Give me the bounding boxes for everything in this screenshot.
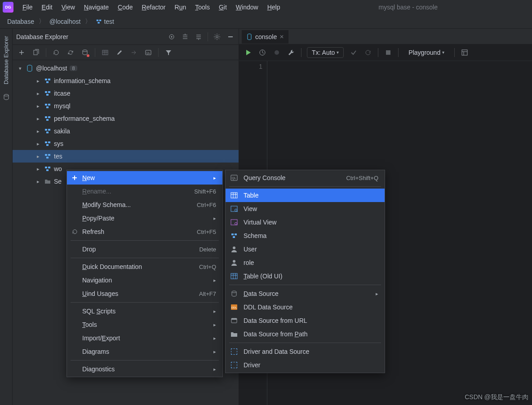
submenu-item-query-console[interactable]: QLQuery ConsoleCtrl+Shift+Q [226, 171, 385, 185]
view-icon [230, 206, 238, 212]
filter-icon[interactable] [164, 48, 173, 57]
menu-git[interactable]: Git [214, 2, 231, 13]
ctx-item-find-usages[interactable]: Uind UsagesAlt+F7 [67, 287, 222, 300]
chevron-right-icon[interactable] [35, 78, 41, 84]
tree-root-localhost[interactable]: @localhost 8 [13, 62, 239, 75]
chevron-right-icon[interactable] [35, 141, 41, 147]
database-rail-icon[interactable] [2, 92, 11, 101]
history-icon[interactable] [258, 48, 267, 57]
chevron-right-icon[interactable] [35, 128, 41, 134]
crumb-database[interactable]: Database [4, 17, 37, 26]
tree-node[interactable]: sakila [13, 125, 239, 137]
submenu-item-ddl-data-source[interactable]: DDLDDL Data Source [226, 300, 385, 314]
svg-point-53 [232, 291, 236, 293]
wrench-icon[interactable] [287, 48, 296, 57]
tree-node[interactable]: sys [13, 137, 239, 150]
ctx-item-modify-schema-[interactable]: Modify Schema...Ctrl+F6 [67, 198, 222, 211]
menu-window[interactable]: Window [231, 2, 263, 13]
minimize-icon[interactable] [226, 32, 235, 41]
tree-node[interactable]: performance_schema [13, 112, 239, 125]
chevron-down-icon[interactable] [17, 66, 23, 71]
menu-help[interactable]: Help [263, 2, 285, 13]
close-icon[interactable]: ✕ [279, 34, 284, 40]
submenu-item-data-source-from-url[interactable]: Data Source from URL [226, 314, 385, 327]
submenu-item-driver-and-data-source[interactable]: Driver and Data Source [226, 345, 385, 358]
refresh-icon[interactable] [52, 48, 61, 57]
expand-icon[interactable] [181, 32, 190, 41]
ctx-item-sql-scripts[interactable]: SQL Scripts▸ [67, 304, 222, 318]
svg-rect-43 [231, 206, 237, 211]
chevron-right-icon: ▸ [213, 308, 216, 314]
tree-node-test[interactable]: tes [13, 150, 239, 163]
rail-database-explorer[interactable]: Database Explorer [3, 32, 9, 88]
menu-tools[interactable]: Tools [191, 2, 214, 13]
menu-navigate[interactable]: Navigate [80, 2, 113, 13]
chevron-right-icon[interactable] [35, 166, 41, 172]
gear-icon[interactable] [213, 32, 222, 41]
submenu-item-view[interactable]: View [226, 202, 385, 216]
menu-code[interactable]: Code [113, 2, 137, 13]
tree-node[interactable]: mysql [13, 100, 239, 112]
target-icon[interactable] [167, 32, 176, 41]
submenu-item-virtual-view[interactable]: Virtual View [226, 216, 385, 229]
svg-rect-1 [99, 19, 101, 21]
ctx-item-new[interactable]: New▸ [67, 171, 222, 185]
edit-icon[interactable] [115, 48, 124, 57]
submenu-item-user[interactable]: User [226, 242, 385, 256]
tab-console[interactable]: console ✕ [242, 29, 288, 44]
crumb-schema[interactable]: test [93, 17, 117, 26]
circle-icon[interactable] [272, 48, 281, 57]
table-icon[interactable] [101, 48, 110, 57]
submenu-item-data-source-from-path[interactable]: Data Source from Path [226, 327, 385, 341]
tx-mode-dropdown[interactable]: Tx: Auto▾ [307, 47, 344, 58]
run-button[interactable] [244, 48, 253, 57]
tree-node[interactable]: information_schema [13, 75, 239, 87]
schema-icon [44, 153, 51, 160]
menu-edit[interactable]: Edit [37, 2, 57, 13]
url-icon [230, 317, 238, 324]
copy-icon[interactable] [31, 48, 40, 57]
chevron-right-icon[interactable] [35, 116, 41, 122]
submenu-item-driver[interactable]: Driver [226, 358, 385, 372]
ctx-item-copy-paste[interactable]: Popy/Paste▸ [67, 211, 222, 225]
add-icon[interactable] [17, 48, 26, 57]
rollback-icon[interactable] [364, 48, 372, 57]
submenu-item-table-old-ui-[interactable]: Table (Old UI) [226, 269, 385, 283]
submenu-item-schema[interactable]: Schema [226, 229, 385, 242]
ctx-item-navigation[interactable]: Navigation▸ [67, 273, 222, 287]
menu-file[interactable]: File [18, 2, 37, 13]
stop-db-icon[interactable] [80, 48, 89, 57]
collapse-icon[interactable] [194, 32, 203, 41]
svg-point-46 [235, 223, 237, 225]
chevron-right-icon[interactable] [35, 154, 41, 159]
shortcut-label: Shift+F6 [194, 188, 216, 195]
ctx-item-import-export[interactable]: Import/Export▸ [67, 331, 222, 345]
playground-dropdown[interactable]: Playground▾ [404, 48, 449, 57]
ctx-item-diagrams[interactable]: Diagrams▸ [67, 345, 222, 358]
chevron-right-icon[interactable] [35, 179, 41, 185]
menu-run[interactable]: Run [170, 2, 191, 13]
submenu-item-data-source[interactable]: Data Source▸ [226, 287, 385, 300]
chevron-right-icon[interactable] [35, 91, 41, 97]
ddl-icon: DDL [230, 304, 238, 310]
svg-point-50 [233, 247, 235, 249]
ctx-item-tools[interactable]: Tools▸ [67, 318, 222, 331]
tree-node[interactable]: itcase [13, 87, 239, 100]
crumb-host[interactable]: @localhost [47, 17, 83, 26]
ctx-item-drop[interactable]: DropDelete [67, 242, 222, 256]
layout-icon[interactable] [460, 48, 469, 57]
jump-icon[interactable] [129, 48, 138, 57]
menu-view[interactable]: View [57, 2, 80, 13]
ctx-item-diagnostics[interactable]: Diagnostics▸ [67, 362, 222, 376]
menu-refactor[interactable]: Refactor [137, 2, 170, 13]
stop-icon[interactable] [384, 48, 393, 57]
console-icon[interactable]: QL [144, 48, 153, 57]
chevron-right-icon[interactable] [35, 103, 41, 109]
sync-icon[interactable] [66, 48, 75, 57]
submenu-item-table[interactable]: Table [226, 189, 385, 202]
ctx-item-quick-documentation[interactable]: Duick DocumentationCtrl+Q [67, 260, 222, 273]
submenu-item-role[interactable]: role [226, 256, 385, 269]
ctx-item-refresh[interactable]: RefreshCtrl+F5 [67, 225, 222, 238]
schema-icon [44, 102, 51, 110]
commit-icon[interactable] [349, 48, 358, 57]
